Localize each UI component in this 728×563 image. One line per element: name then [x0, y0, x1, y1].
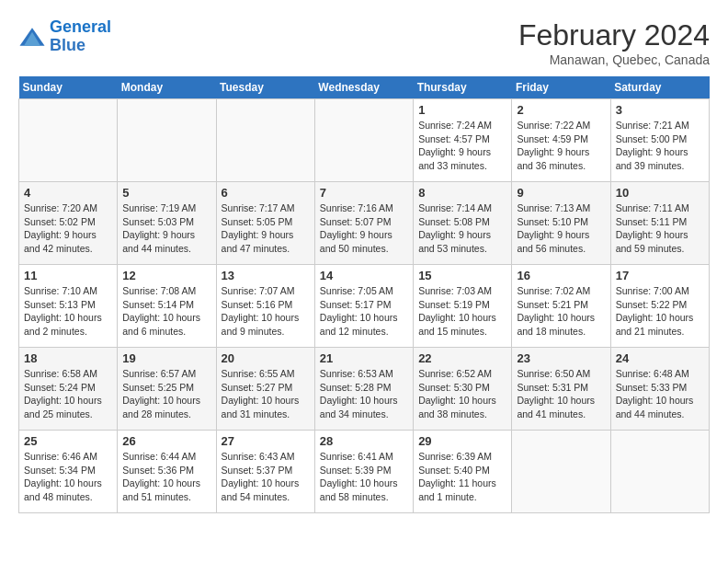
page-subtitle: Manawan, Quebec, Canada [518, 52, 710, 67]
header-saturday: Saturday [610, 76, 709, 99]
day-info: Sunrise: 6:53 AMSunset: 5:28 PMDaylight:… [320, 367, 408, 421]
day-number: 14 [320, 269, 408, 282]
day-info: Sunrise: 7:14 AMSunset: 5:08 PMDaylight:… [418, 201, 506, 256]
calendar-cell: 12Sunrise: 7:08 AMSunset: 5:14 PMDayligh… [118, 265, 216, 348]
calendar-cell [314, 99, 413, 182]
calendar-cell: 24Sunrise: 6:48 AMSunset: 5:33 PMDayligh… [610, 348, 709, 431]
header-tuesday: Tuesday [216, 76, 314, 99]
calendar-week-5: 25Sunrise: 6:46 AMSunset: 5:34 PMDayligh… [19, 431, 710, 513]
calendar-cell: 29Sunrise: 6:39 AMSunset: 5:40 PMDayligh… [414, 431, 512, 513]
header-row: Sunday Monday Tuesday Wednesday Thursday… [19, 76, 710, 99]
day-info: Sunrise: 7:13 AMSunset: 5:10 PMDaylight:… [517, 201, 605, 256]
calendar-cell: 22Sunrise: 6:52 AMSunset: 5:30 PMDayligh… [414, 348, 512, 431]
day-info: Sunrise: 6:50 AMSunset: 5:31 PMDaylight:… [517, 367, 605, 421]
day-number: 20 [222, 351, 310, 365]
day-info: Sunrise: 7:20 AMSunset: 5:02 PMDaylight:… [24, 201, 112, 256]
page-title: February 2024 [518, 18, 710, 52]
day-info: Sunrise: 6:43 AMSunset: 5:37 PMDaylight:… [222, 450, 310, 504]
header-sunday: Sunday [19, 76, 118, 99]
day-number: 18 [24, 351, 112, 365]
day-number: 6 [222, 186, 310, 200]
calendar-cell [118, 99, 216, 182]
day-info: Sunrise: 6:57 AMSunset: 5:25 PMDaylight:… [122, 367, 210, 421]
header-wednesday: Wednesday [314, 76, 413, 99]
day-number: 10 [616, 186, 704, 200]
day-number: 1 [418, 103, 506, 117]
day-number: 2 [517, 103, 605, 117]
day-info: Sunrise: 6:46 AMSunset: 5:34 PMDaylight:… [24, 450, 112, 504]
calendar-week-3: 11Sunrise: 7:10 AMSunset: 5:13 PMDayligh… [19, 265, 710, 348]
day-number: 17 [616, 269, 704, 282]
calendar-cell [216, 99, 314, 182]
day-info: Sunrise: 7:16 AMSunset: 5:07 PMDaylight:… [320, 201, 408, 256]
day-info: Sunrise: 7:03 AMSunset: 5:19 PMDaylight:… [418, 284, 506, 339]
calendar-cell: 2Sunrise: 7:22 AMSunset: 4:59 PMDaylight… [512, 99, 610, 182]
day-info: Sunrise: 7:07 AMSunset: 5:16 PMDaylight:… [222, 284, 310, 339]
calendar-cell: 11Sunrise: 7:10 AMSunset: 5:13 PMDayligh… [19, 265, 118, 348]
logo-text: General Blue [50, 18, 111, 55]
calendar-cell: 8Sunrise: 7:14 AMSunset: 5:08 PMDaylight… [414, 182, 512, 265]
day-number: 12 [122, 269, 210, 282]
calendar-cell: 9Sunrise: 7:13 AMSunset: 5:10 PMDaylight… [512, 182, 610, 265]
day-number: 11 [24, 269, 112, 282]
day-info: Sunrise: 7:11 AMSunset: 5:11 PMDaylight:… [616, 201, 704, 256]
calendar-cell: 1Sunrise: 7:24 AMSunset: 4:57 PMDaylight… [414, 99, 512, 182]
day-number: 7 [320, 186, 408, 200]
header-thursday: Thursday [414, 76, 512, 99]
header-friday: Friday [512, 76, 610, 99]
day-number: 22 [418, 351, 506, 365]
calendar-cell [610, 431, 709, 513]
calendar-cell: 3Sunrise: 7:21 AMSunset: 5:00 PMDaylight… [610, 99, 709, 182]
day-number: 21 [320, 351, 408, 365]
day-info: Sunrise: 6:44 AMSunset: 5:36 PMDaylight:… [122, 450, 210, 504]
header-monday: Monday [118, 76, 216, 99]
calendar-cell: 17Sunrise: 7:00 AMSunset: 5:22 PMDayligh… [610, 265, 709, 348]
calendar-cell: 18Sunrise: 6:58 AMSunset: 5:24 PMDayligh… [19, 348, 118, 431]
day-info: Sunrise: 7:10 AMSunset: 5:13 PMDaylight:… [24, 284, 112, 339]
calendar-week-4: 18Sunrise: 6:58 AMSunset: 5:24 PMDayligh… [19, 348, 710, 431]
day-number: 13 [222, 269, 310, 282]
calendar-cell: 5Sunrise: 7:19 AMSunset: 5:03 PMDaylight… [118, 182, 216, 265]
calendar-cell [19, 99, 118, 182]
day-info: Sunrise: 6:52 AMSunset: 5:30 PMDaylight:… [418, 367, 506, 421]
title-area: February 2024 Manawan, Quebec, Canada [518, 18, 710, 67]
calendar-cell: 7Sunrise: 7:16 AMSunset: 5:07 PMDaylight… [314, 182, 413, 265]
calendar-body: 1Sunrise: 7:24 AMSunset: 4:57 PMDaylight… [19, 99, 710, 513]
day-number: 28 [320, 434, 408, 448]
calendar-table: Sunday Monday Tuesday Wednesday Thursday… [18, 76, 710, 513]
calendar-cell: 27Sunrise: 6:43 AMSunset: 5:37 PMDayligh… [216, 431, 314, 513]
day-info: Sunrise: 6:39 AMSunset: 5:40 PMDaylight:… [418, 450, 506, 504]
day-number: 4 [24, 186, 112, 200]
day-number: 9 [517, 186, 605, 200]
calendar-cell: 19Sunrise: 6:57 AMSunset: 5:25 PMDayligh… [118, 348, 216, 431]
day-number: 27 [222, 434, 310, 448]
calendar-cell: 26Sunrise: 6:44 AMSunset: 5:36 PMDayligh… [118, 431, 216, 513]
day-number: 23 [517, 351, 605, 365]
day-number: 16 [517, 269, 605, 282]
day-number: 3 [616, 103, 704, 117]
day-info: Sunrise: 7:02 AMSunset: 5:21 PMDaylight:… [517, 284, 605, 339]
calendar-cell: 13Sunrise: 7:07 AMSunset: 5:16 PMDayligh… [216, 265, 314, 348]
day-info: Sunrise: 7:08 AMSunset: 5:14 PMDaylight:… [122, 284, 210, 339]
calendar-header: Sunday Monday Tuesday Wednesday Thursday… [19, 76, 710, 99]
logo: General Blue [18, 18, 111, 55]
header: General Blue February 2024 Manawan, Queb… [18, 18, 710, 67]
logo-icon [18, 26, 46, 48]
day-info: Sunrise: 7:22 AMSunset: 4:59 PMDaylight:… [517, 119, 605, 173]
calendar-week-2: 4Sunrise: 7:20 AMSunset: 5:02 PMDaylight… [19, 182, 710, 265]
day-number: 5 [122, 186, 210, 200]
calendar-cell: 10Sunrise: 7:11 AMSunset: 5:11 PMDayligh… [610, 182, 709, 265]
day-info: Sunrise: 7:17 AMSunset: 5:05 PMDaylight:… [222, 201, 310, 256]
day-number: 19 [122, 351, 210, 365]
day-info: Sunrise: 7:21 AMSunset: 5:00 PMDaylight:… [616, 119, 704, 173]
day-info: Sunrise: 6:55 AMSunset: 5:27 PMDaylight:… [222, 367, 310, 421]
calendar-cell [512, 431, 610, 513]
day-info: Sunrise: 6:41 AMSunset: 5:39 PMDaylight:… [320, 450, 408, 504]
day-info: Sunrise: 7:24 AMSunset: 4:57 PMDaylight:… [418, 119, 506, 173]
day-number: 8 [418, 186, 506, 200]
day-number: 15 [418, 269, 506, 282]
calendar-cell: 14Sunrise: 7:05 AMSunset: 5:17 PMDayligh… [314, 265, 413, 348]
day-info: Sunrise: 7:05 AMSunset: 5:17 PMDaylight:… [320, 284, 408, 339]
calendar-cell: 6Sunrise: 7:17 AMSunset: 5:05 PMDaylight… [216, 182, 314, 265]
day-number: 25 [24, 434, 112, 448]
